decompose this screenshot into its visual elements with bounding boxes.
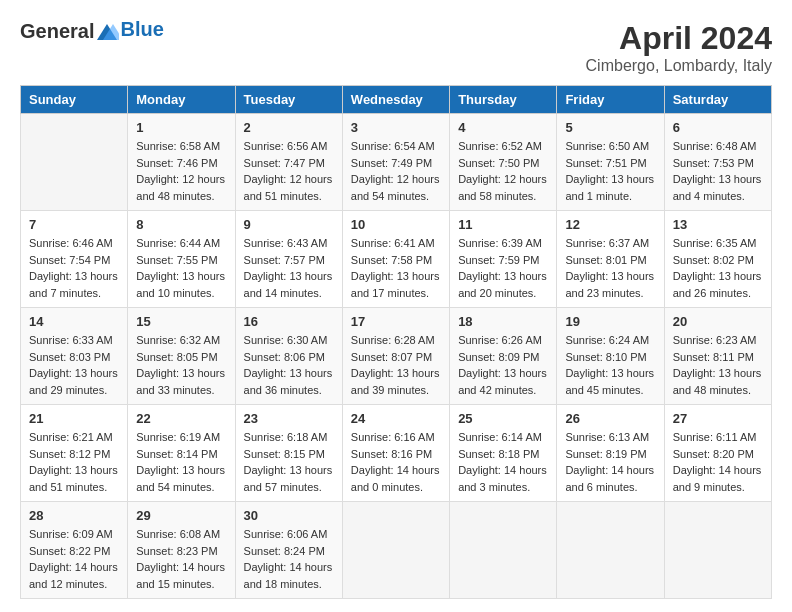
day-info: Sunrise: 6:44 AMSunset: 7:55 PMDaylight:… [136,235,226,301]
calendar-cell: 11Sunrise: 6:39 AMSunset: 7:59 PMDayligh… [450,211,557,308]
day-info: Sunrise: 6:58 AMSunset: 7:46 PMDaylight:… [136,138,226,204]
calendar-cell: 3Sunrise: 6:54 AMSunset: 7:49 PMDaylight… [342,114,449,211]
calendar-cell: 1Sunrise: 6:58 AMSunset: 7:46 PMDaylight… [128,114,235,211]
calendar-cell: 6Sunrise: 6:48 AMSunset: 7:53 PMDaylight… [664,114,771,211]
day-number: 18 [458,314,548,329]
day-number: 15 [136,314,226,329]
day-info: Sunrise: 6:37 AMSunset: 8:01 PMDaylight:… [565,235,655,301]
day-info: Sunrise: 6:23 AMSunset: 8:11 PMDaylight:… [673,332,763,398]
day-number: 4 [458,120,548,135]
day-number: 17 [351,314,441,329]
calendar-cell: 16Sunrise: 6:30 AMSunset: 8:06 PMDayligh… [235,308,342,405]
calendar-cell [342,502,449,599]
calendar-cell: 7Sunrise: 6:46 AMSunset: 7:54 PMDaylight… [21,211,128,308]
day-info: Sunrise: 6:19 AMSunset: 8:14 PMDaylight:… [136,429,226,495]
calendar-week-row: 28Sunrise: 6:09 AMSunset: 8:22 PMDayligh… [21,502,772,599]
day-number: 12 [565,217,655,232]
day-info: Sunrise: 6:09 AMSunset: 8:22 PMDaylight:… [29,526,119,592]
day-info: Sunrise: 6:26 AMSunset: 8:09 PMDaylight:… [458,332,548,398]
calendar-cell: 18Sunrise: 6:26 AMSunset: 8:09 PMDayligh… [450,308,557,405]
day-info: Sunrise: 6:39 AMSunset: 7:59 PMDaylight:… [458,235,548,301]
day-info: Sunrise: 6:24 AMSunset: 8:10 PMDaylight:… [565,332,655,398]
weekday-header-row: SundayMondayTuesdayWednesdayThursdayFrid… [21,86,772,114]
day-info: Sunrise: 6:50 AMSunset: 7:51 PMDaylight:… [565,138,655,204]
day-info: Sunrise: 6:52 AMSunset: 7:50 PMDaylight:… [458,138,548,204]
calendar-week-row: 14Sunrise: 6:33 AMSunset: 8:03 PMDayligh… [21,308,772,405]
day-number: 2 [244,120,334,135]
day-number: 13 [673,217,763,232]
calendar-cell: 2Sunrise: 6:56 AMSunset: 7:47 PMDaylight… [235,114,342,211]
day-number: 10 [351,217,441,232]
logo-general: General [20,20,94,43]
weekday-header-friday: Friday [557,86,664,114]
calendar-week-row: 21Sunrise: 6:21 AMSunset: 8:12 PMDayligh… [21,405,772,502]
day-number: 8 [136,217,226,232]
day-number: 25 [458,411,548,426]
day-number: 7 [29,217,119,232]
day-info: Sunrise: 6:06 AMSunset: 8:24 PMDaylight:… [244,526,334,592]
day-info: Sunrise: 6:35 AMSunset: 8:02 PMDaylight:… [673,235,763,301]
title-area: April 2024 Cimbergo, Lombardy, Italy [586,20,772,75]
calendar-cell: 12Sunrise: 6:37 AMSunset: 8:01 PMDayligh… [557,211,664,308]
day-number: 28 [29,508,119,523]
day-number: 9 [244,217,334,232]
day-number: 16 [244,314,334,329]
calendar-cell: 28Sunrise: 6:09 AMSunset: 8:22 PMDayligh… [21,502,128,599]
month-title: April 2024 [586,20,772,57]
calendar-cell: 17Sunrise: 6:28 AMSunset: 8:07 PMDayligh… [342,308,449,405]
calendar-cell: 14Sunrise: 6:33 AMSunset: 8:03 PMDayligh… [21,308,128,405]
day-info: Sunrise: 6:18 AMSunset: 8:15 PMDaylight:… [244,429,334,495]
day-info: Sunrise: 6:28 AMSunset: 8:07 PMDaylight:… [351,332,441,398]
calendar-cell: 26Sunrise: 6:13 AMSunset: 8:19 PMDayligh… [557,405,664,502]
calendar-cell: 22Sunrise: 6:19 AMSunset: 8:14 PMDayligh… [128,405,235,502]
calendar-cell [664,502,771,599]
calendar-cell: 23Sunrise: 6:18 AMSunset: 8:15 PMDayligh… [235,405,342,502]
day-number: 19 [565,314,655,329]
calendar-cell: 8Sunrise: 6:44 AMSunset: 7:55 PMDaylight… [128,211,235,308]
calendar-cell: 27Sunrise: 6:11 AMSunset: 8:20 PMDayligh… [664,405,771,502]
day-info: Sunrise: 6:14 AMSunset: 8:18 PMDaylight:… [458,429,548,495]
day-number: 27 [673,411,763,426]
day-number: 6 [673,120,763,135]
day-number: 26 [565,411,655,426]
calendar-cell: 15Sunrise: 6:32 AMSunset: 8:05 PMDayligh… [128,308,235,405]
day-info: Sunrise: 6:43 AMSunset: 7:57 PMDaylight:… [244,235,334,301]
day-number: 29 [136,508,226,523]
header: General Blue April 2024 Cimbergo, Lombar… [20,20,772,75]
day-number: 22 [136,411,226,426]
day-info: Sunrise: 6:21 AMSunset: 8:12 PMDaylight:… [29,429,119,495]
calendar-cell: 10Sunrise: 6:41 AMSunset: 7:58 PMDayligh… [342,211,449,308]
day-number: 3 [351,120,441,135]
calendar-cell [557,502,664,599]
weekday-header-wednesday: Wednesday [342,86,449,114]
day-info: Sunrise: 6:48 AMSunset: 7:53 PMDaylight:… [673,138,763,204]
calendar-cell: 9Sunrise: 6:43 AMSunset: 7:57 PMDaylight… [235,211,342,308]
calendar-cell [450,502,557,599]
calendar-cell: 20Sunrise: 6:23 AMSunset: 8:11 PMDayligh… [664,308,771,405]
day-info: Sunrise: 6:13 AMSunset: 8:19 PMDaylight:… [565,429,655,495]
day-number: 1 [136,120,226,135]
calendar-table: SundayMondayTuesdayWednesdayThursdayFrid… [20,85,772,599]
logo: General Blue [20,20,164,43]
day-number: 11 [458,217,548,232]
day-number: 20 [673,314,763,329]
calendar-cell: 5Sunrise: 6:50 AMSunset: 7:51 PMDaylight… [557,114,664,211]
calendar-cell: 19Sunrise: 6:24 AMSunset: 8:10 PMDayligh… [557,308,664,405]
calendar-cell: 30Sunrise: 6:06 AMSunset: 8:24 PMDayligh… [235,502,342,599]
day-number: 14 [29,314,119,329]
calendar-cell: 24Sunrise: 6:16 AMSunset: 8:16 PMDayligh… [342,405,449,502]
day-info: Sunrise: 6:41 AMSunset: 7:58 PMDaylight:… [351,235,441,301]
day-number: 5 [565,120,655,135]
day-info: Sunrise: 6:30 AMSunset: 8:06 PMDaylight:… [244,332,334,398]
day-info: Sunrise: 6:33 AMSunset: 8:03 PMDaylight:… [29,332,119,398]
day-info: Sunrise: 6:46 AMSunset: 7:54 PMDaylight:… [29,235,119,301]
weekday-header-thursday: Thursday [450,86,557,114]
day-number: 21 [29,411,119,426]
calendar-cell: 21Sunrise: 6:21 AMSunset: 8:12 PMDayligh… [21,405,128,502]
logo-blue: Blue [120,18,163,40]
weekday-header-monday: Monday [128,86,235,114]
weekday-header-saturday: Saturday [664,86,771,114]
logo-icon [95,22,119,42]
day-info: Sunrise: 6:32 AMSunset: 8:05 PMDaylight:… [136,332,226,398]
weekday-header-sunday: Sunday [21,86,128,114]
